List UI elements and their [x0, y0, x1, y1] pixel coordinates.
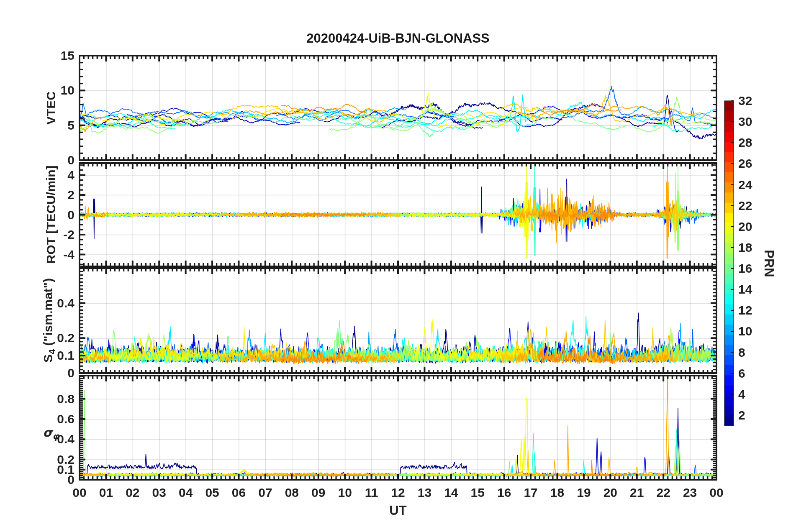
colorbar-tick-label: 16 — [738, 261, 768, 276]
colorbar-tick-label: 24 — [738, 177, 768, 193]
y-tick-label-rot: -2 — [41, 227, 74, 243]
x-tick-label: 19 — [569, 485, 599, 500]
chart-title: 20200424-UiB-BJN-GLONASS — [80, 31, 716, 46]
y-tick-label-rot: 2 — [41, 187, 74, 203]
colorbar-tick-label: 30 — [738, 114, 768, 130]
x-tick-label: 14 — [436, 485, 466, 500]
y-tick-label-rot: 0 — [41, 207, 74, 223]
x-tick-label: 17 — [516, 485, 546, 500]
colorbar-tick-label: 20 — [738, 219, 768, 235]
x-tick-label: 06 — [224, 485, 254, 500]
x-tick-label: 00 — [64, 485, 95, 500]
x-tick-label: 09 — [303, 485, 334, 500]
y-tick-label-s4: 0 — [41, 365, 74, 381]
chart-canvas — [0, 0, 796, 532]
x-tick-label: 01 — [91, 485, 121, 500]
x-tick-label: 18 — [542, 485, 573, 500]
y-tick-label-rot: 4 — [41, 167, 74, 183]
y-tick-label-vtec: 0 — [41, 152, 74, 168]
y-tick-label-s4: 0.4 — [41, 295, 74, 311]
x-tick-label: 10 — [330, 485, 360, 500]
y-tick-label-vtec: 5 — [41, 118, 74, 133]
colorbar-tick-label: 28 — [738, 135, 768, 151]
x-axis-label: UT — [80, 503, 716, 518]
x-tick-label: 20 — [595, 485, 625, 500]
x-tick-label: 11 — [357, 485, 387, 500]
colorbar-tick-label: 6 — [738, 366, 768, 381]
y-tick-label-sigma_phi: 0.8 — [41, 391, 74, 407]
y-tick-label-s4: 0.2 — [41, 330, 74, 346]
y-tick-label-rot: -4 — [41, 247, 74, 263]
colorbar-tick-label: 12 — [738, 302, 768, 318]
y-tick-label-vtec: 15 — [41, 48, 74, 64]
x-tick-label: 08 — [277, 485, 307, 500]
colorbar-tick-label: 2 — [738, 407, 768, 423]
x-tick-label: 16 — [489, 485, 519, 500]
y-tick-label-sigma_phi: 0.2 — [41, 452, 74, 468]
x-tick-label: 21 — [622, 485, 652, 500]
x-tick-label: 03 — [144, 485, 174, 500]
x-tick-label: 22 — [648, 485, 678, 500]
y-tick-label-sigma_phi: 0.4 — [41, 431, 74, 447]
x-tick-label: 05 — [197, 485, 227, 500]
colorbar-tick-label: 22 — [738, 198, 768, 214]
colorbar-tick-label: 18 — [738, 240, 768, 256]
y-tick-label-sigma_phi: 0.6 — [41, 411, 74, 427]
x-tick-label: 02 — [118, 485, 148, 500]
colorbar-tick-label: 4 — [738, 386, 768, 402]
y-tick-label-vtec: 10 — [41, 82, 74, 98]
colorbar-tick-label: 8 — [738, 345, 768, 361]
y-tick-label-s4: 0.1 — [41, 348, 74, 363]
figure-glonass-scintillation: 20200424-UiB-BJN-GLONASS VTEC ROT [TECU/… — [0, 0, 796, 532]
x-tick-label: 23 — [675, 485, 705, 500]
x-tick-label: 04 — [171, 485, 201, 500]
colorbar-tick-label: 14 — [738, 281, 768, 297]
x-tick-label: 07 — [250, 485, 280, 500]
x-tick-label: 12 — [383, 485, 413, 500]
x-tick-label: 00 — [701, 485, 732, 500]
x-tick-label: 15 — [462, 485, 493, 500]
colorbar-tick-label: 26 — [738, 156, 768, 171]
x-tick-label: 13 — [409, 485, 439, 500]
colorbar-tick-label: 32 — [738, 93, 768, 109]
colorbar-tick-label: 10 — [738, 323, 768, 339]
